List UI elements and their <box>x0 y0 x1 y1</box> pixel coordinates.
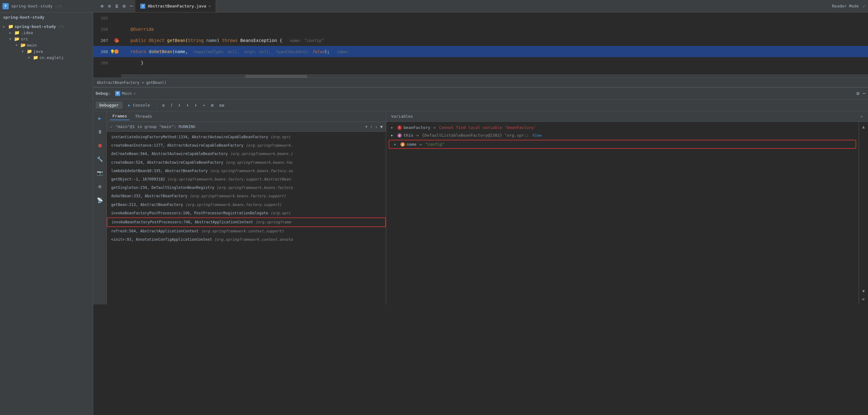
sidebar-item-main[interactable]: ▼ 📂 main <box>0 42 93 48</box>
stack-item-1[interactable]: createBeanInstance:1177, AbstractAutowir… <box>107 141 386 150</box>
string-kw-207: String <box>188 38 206 43</box>
settings2-icon[interactable]: ⚙ <box>96 182 104 191</box>
stack-item-3[interactable]: createBean:524, AbstractAutowireCapableB… <box>107 158 386 167</box>
wrench-icon[interactable]: 🔧 <box>96 155 104 164</box>
hint-208-4: name: <box>332 50 349 54</box>
stack-item-4[interactable]: lambda$doGetBean$0:335, AbstractBeanFact… <box>107 167 386 175</box>
antenna-icon[interactable]: 📡 <box>96 196 104 204</box>
return-kw-208: return <box>130 49 149 54</box>
variables-add-icon[interactable]: + <box>861 114 863 119</box>
name-param-207: name <box>207 38 217 43</box>
debug-session-close-icon[interactable]: ✕ <box>133 91 136 96</box>
tab-console[interactable]: ▶ Console <box>124 101 154 109</box>
var-val-beanfactory: Cannot find local variable 'beanFactory' <box>439 125 536 130</box>
stack-item-0[interactable]: instantiateUsingFactoryMethod:1334, Abst… <box>107 133 386 141</box>
paren-208: (name, <box>172 49 191 54</box>
frames-panel: Frames Threads ✓ "main"@1 in group "main… <box>107 111 386 304</box>
sidebar-main-label: main <box>27 43 37 48</box>
minus-icon[interactable]: ─ <box>130 3 133 9</box>
debug-btn-frames[interactable]: ≡≡ <box>217 101 226 109</box>
tab-close-icon[interactable]: ✕ <box>209 4 211 8</box>
stack-item-8[interactable]: getBean:213, AbstractBeanFactory (org.sp… <box>107 201 386 209</box>
settings-icon[interactable]: ⚙ <box>123 3 126 9</box>
horizontal-scrollbar[interactable] <box>121 75 868 78</box>
align2-icon[interactable]: ≣ <box>115 3 118 9</box>
project-root-label: spring-boot-study <box>3 15 44 20</box>
breakpoint-208[interactable] <box>114 50 119 54</box>
var-name-beanfactory: beanFactory <box>404 125 430 130</box>
var-row-this[interactable]: ▶ p this = {DefaultListableBeanFactory@2… <box>386 131 859 139</box>
stack-item-2[interactable]: doCreateBean:564, AbstractAutowireCapabl… <box>107 150 386 158</box>
var-view-this[interactable]: View <box>533 133 542 138</box>
align-icon[interactable]: ≡ <box>108 3 111 9</box>
sidebar-item-java[interactable]: ▼ 📁 java <box>0 48 93 54</box>
var-eq-beanfactory: = <box>433 125 436 130</box>
variables-content: ▶ ! beanFactory = Cannot find local vari… <box>386 122 859 304</box>
sidebar-src-label: src <box>21 37 28 41</box>
top-bar-right: Reader Mode ✓ <box>832 3 866 9</box>
tab-debugger[interactable]: Debugger <box>96 101 123 109</box>
debug-session[interactable]: M Main ✕ <box>113 90 138 97</box>
camera-icon[interactable]: 📷 <box>96 168 104 177</box>
active-tab[interactable]: J AbstractBeanFactory.java ✕ <box>135 0 216 12</box>
stack-item-7[interactable]: doGetBean:333, AbstractBeanFactory (org.… <box>107 192 386 200</box>
folder-icon-idea: 📁 <box>14 30 20 35</box>
thread-up-icon[interactable]: ↑ <box>370 124 373 129</box>
java-icon: J <box>140 4 145 9</box>
frames-tab-frames[interactable]: Frames <box>110 113 129 120</box>
reader-mode-check-icon: ✓ <box>862 3 866 9</box>
target-icon[interactable]: ⊕ <box>101 3 104 9</box>
debug-btn-eval[interactable]: ⊞ <box>209 101 215 109</box>
sidebar-item-src[interactable]: ▼ 📂 src <box>0 36 93 42</box>
folder-icon-main: 📂 <box>21 42 26 48</box>
gutter-208: 💡 <box>112 50 121 54</box>
sidebar-item-root[interactable]: ▶ 📁 spring-boot-study ~/s <box>0 23 93 30</box>
tree-arrow-idea: ▶ <box>9 31 13 34</box>
var-scroll-down-icon[interactable]: ▼ <box>862 289 865 294</box>
stack-item-6[interactable]: getSingleton:234, DefaultSingletonBeanRe… <box>107 184 386 192</box>
var-binoculars-icon[interactable]: 👁 <box>862 297 866 302</box>
stack-item-9[interactable]: invokeBeanFactoryPostProcessors:196, Pos… <box>107 209 386 217</box>
debug-btn-run-cursor[interactable]: ↷ <box>201 101 207 109</box>
gutter-207: ▶ <box>112 38 121 42</box>
thread-dropdown-icon[interactable]: ▼ <box>365 124 367 129</box>
variables-header: Variables + <box>386 111 868 122</box>
thread-down-icon[interactable]: ↓ <box>375 124 377 129</box>
debug-btn-step-over[interactable]: ⤴ <box>168 101 175 109</box>
thread-selector: ✓ "main"@1 in group "main": RUNNING ▼ ↑ … <box>107 122 386 132</box>
debug-btn-menu[interactable]: ≡ <box>160 101 166 109</box>
stack-item-10[interactable]: invokeBeanFactoryPostProcessors:746, Abs… <box>107 217 386 227</box>
stack-item-12[interactable]: <init>:93, AnnotationConfigApplicationCo… <box>107 235 386 244</box>
var-row-beanfactory[interactable]: ▶ ! beanFactory = Cannot find local vari… <box>386 124 859 131</box>
filter-icon[interactable]: ▼ <box>380 124 383 129</box>
paren3-208: ); <box>324 49 330 54</box>
breadcrumb-class: AbstractBeanFactory > getBean() <box>97 81 166 85</box>
debug-btn-step-into[interactable]: ⬇ <box>176 101 183 109</box>
code-line-209: 209 } <box>93 57 868 68</box>
debug-settings-icon[interactable]: ⚙ <box>857 90 860 96</box>
debug-btn-step-out[interactable]: ⬆ <box>192 101 199 109</box>
debug-btn-step-into-forced[interactable]: ⬇ <box>184 101 191 109</box>
tree-arrow-root: ▶ <box>3 25 7 28</box>
var-row-name[interactable]: ▶ p name = "config" <box>389 140 856 148</box>
sidebar-item-package[interactable]: ▼ 📁 cn.eagleli <box>0 54 93 61</box>
frames-tab-threads[interactable]: Threads <box>132 113 155 120</box>
var-scroll-up-icon[interactable]: ▲ <box>862 124 865 129</box>
resume-icon[interactable]: ▶ <box>96 114 104 122</box>
pause-icon[interactable]: ⏸ <box>96 127 104 136</box>
thread-label: "main"@1 in group "main": RUNNING <box>116 124 363 129</box>
var-icon-this: p <box>397 133 402 138</box>
public-kw-207: public <box>130 38 149 43</box>
sidebar: spring-boot-study ▶ 📁 spring-boot-study … <box>0 12 93 415</box>
sidebar-item-idea[interactable]: ▶ 📁 .idea <box>0 30 93 36</box>
editor-content: 205 206 @Override 207 <box>93 12 868 87</box>
debug-minimize-icon[interactable]: ─ <box>862 90 866 96</box>
stack-list[interactable]: instantiateUsingFactoryMethod:1334, Abst… <box>107 132 386 304</box>
line-num-206: 206 <box>93 27 112 32</box>
code-line-207: 207 ▶ public Object getBean ( String nam… <box>93 35 868 46</box>
stack-item-5[interactable]: getObject:-1, 1670993182 (org.springfram… <box>107 175 386 184</box>
stack-item-11[interactable]: refresh:564, AbstractApplicationContext … <box>107 227 386 235</box>
scrollbar-thumb[interactable] <box>245 75 307 78</box>
editor-area: 205 206 @Override 207 <box>93 12 868 415</box>
stop-icon[interactable]: ⏹ <box>96 141 104 150</box>
